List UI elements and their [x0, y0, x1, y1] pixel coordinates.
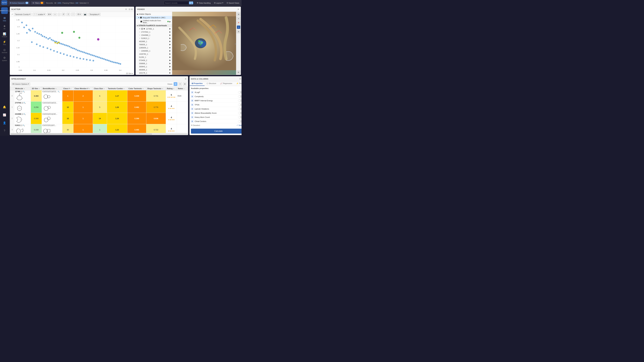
scatter-maximize-icon[interactable]: ⊞: [131, 8, 133, 10]
viewer-mol-1285659[interactable]: 1285659_1 ▶: [136, 46, 172, 49]
search-mol-icon[interactable]: 🔍: [24, 102, 26, 104]
viewer-mol-483695[interactable]: 483695_1 ▶: [136, 68, 172, 71]
dc-minimize-icon[interactable]: ⊟: [240, 77, 241, 80]
viewer-mol-2344988[interactable]: ★ 2344988_1 ▶: [136, 33, 172, 37]
saved-views-btn[interactable]: ⊡ Saved Views: [226, 1, 240, 4]
sidebar-item-3d[interactable]: ◈ 3D: [1, 23, 8, 30]
expand-icon[interactable]: ▶: [137, 13, 138, 15]
col-header-2dsim[interactable]: 2D Sim ▾: [31, 87, 42, 90]
scatter-close-button[interactable]: ✕: [125, 8, 127, 10]
scrollbar-thumb[interactable]: [10, 134, 152, 135]
viewer-mol-510613[interactable]: ★ 510613_1 ▶: [136, 37, 172, 40]
settings-btn[interactable]: ⚙ ▾: [76, 13, 82, 16]
sidebar-item-help[interactable]: ?: [1, 127, 8, 134]
viewer-mol-2747942[interactable]: ★ 2747942_1 ▶: [136, 30, 172, 33]
lipinski-toggle[interactable]: [238, 108, 242, 110]
share-btn[interactable]: ⇪: [66, 13, 70, 16]
layout-btn[interactable]: ⊟ Layout ▾: [213, 1, 224, 4]
heavy-atom-toggle[interactable]: [238, 116, 242, 118]
scrollbar-container[interactable]: [10, 133, 188, 135]
search-mol-icon[interactable]: 🔍: [23, 91, 25, 92]
sidebar-item-analyze[interactable]: 📊 Analyze: [1, 31, 8, 38]
viewer-mol-768935[interactable]: 768935_1 ▶: [136, 43, 172, 46]
spreadsheet-table-container[interactable]: Molecule ▾ 2D Sim ▾ BemisMurcko ▾ Class …: [10, 87, 188, 133]
chiral-toggle[interactable]: [238, 120, 242, 122]
tpsa-toggle[interactable]: [238, 104, 242, 106]
camera-btn[interactable]: 📷: [83, 13, 88, 16]
mmff-toggle[interactable]: [238, 99, 242, 102]
search-box[interactable]: 🔍: [164, 1, 194, 5]
viewer-item-3eyg[interactable]: ▸ ⬛ 3eyg.pdb Tofacitinib in JAK1: [136, 16, 172, 19]
col-header-rating[interactable]: Rating ▾: [166, 87, 177, 90]
scatter-minimize-icon[interactable]: ⊟: [129, 8, 130, 10]
view-card-btn[interactable]: ⊟: [183, 82, 187, 86]
viewer-pin-btn[interactable]: 📍: [237, 21, 240, 25]
active-datasets-btn[interactable]: ⊞ Active Datasets 3: [9, 1, 30, 5]
viewer-mol-51292[interactable]: 51292_1 ▶: [136, 55, 172, 59]
col-header-bemis[interactable]: BemisMurcko ▾: [42, 87, 62, 90]
viewer-close-btn[interactable]: ✕: [237, 17, 240, 20]
xlogp-toggle[interactable]: [238, 91, 242, 93]
view-list-btn[interactable]: ≡: [178, 82, 182, 86]
dots-menu-btn[interactable]: ⋯: [71, 13, 75, 16]
col-header-molecule[interactable]: Molecule ▾: [14, 87, 31, 90]
abbvie-toggle[interactable]: [238, 112, 242, 114]
search-input[interactable]: [165, 2, 188, 4]
search-bemis-icon[interactable]: 🔍: [58, 91, 60, 92]
viewer-select-btn[interactable]: ↖: [237, 25, 240, 29]
viewer-mol-462680[interactable]: 462680_1 ▶: [136, 40, 172, 43]
col-header-class[interactable]: Class # ▾: [62, 87, 73, 90]
scatter-plot[interactable]: 1.35 1.3 1.25 1.2 1.15 1.1 1.05 1 0.05 0…: [10, 18, 134, 74]
sidebar-item-data[interactable]: ⊞ Data: [1, 15, 8, 22]
sidebar-item-user[interactable]: 👤: [1, 119, 8, 126]
sidebar-item-floe[interactable]: ⚡ Floe: [1, 39, 8, 46]
viewer-mol-102178[interactable]: 102178_1 ▶: [136, 71, 172, 74]
plot-type-btn[interactable]: ⋮⋮ scatter ▾: [32, 13, 46, 16]
grid-btn[interactable]: ⊞ ▾: [47, 13, 52, 16]
col-header-shapetanimoto[interactable]: Shape Tanimoto ▾: [146, 87, 166, 90]
tab-structure[interactable]: ⬡ Structure: [204, 81, 218, 86]
col-header-tanimoto[interactable]: Tanimoto Combo ▾: [107, 87, 128, 90]
templates-btn[interactable]: Templates ▾: [88, 13, 100, 16]
sidebar-item-sources[interactable]: ◎ Sources: [1, 47, 8, 54]
viewer-mol-336868[interactable]: 336868_1 ▶: [136, 62, 172, 65]
col-header-notes[interactable]: Notes ⋯: [177, 87, 188, 90]
sidebar-item-notifications[interactable]: 🔔: [1, 103, 8, 111]
viewer-mol-2260065[interactable]: ★ 2260065_1 ▶: [136, 49, 172, 52]
deselect-btn[interactable]: ⊖ Deselect: [191, 124, 200, 126]
viewer-mol-570409[interactable]: 570409_2 ▶: [136, 59, 172, 62]
tab-properties[interactable]: ⊞ Properties: [190, 81, 204, 86]
filters-btn[interactable]: ▼ Filters 4: [31, 1, 45, 5]
viewer-item-untitled-mol[interactable]: ⬛ Untitled molecule from Mole... ▶: [136, 19, 172, 24]
viewer-3d-canvas[interactable]: [172, 12, 236, 75]
viewer-mol-300843[interactable]: 300843_1 ▶: [136, 65, 172, 68]
search-button[interactable]: 🔍: [189, 1, 193, 4]
sidebar-item-system[interactable]: ⚙ System: [1, 55, 8, 62]
zoom-out-btn[interactable]: -: [58, 13, 61, 16]
viewer-expand-btn[interactable]: ⊞: [237, 12, 240, 16]
viewer-measure-btn[interactable]: ⊕: [237, 30, 240, 33]
tab-regression[interactable]: 📈 Regression: [218, 81, 234, 86]
reset-btn[interactable]: ↺: [62, 13, 65, 16]
spreadsheet-close-button[interactable]: ✕: [185, 77, 187, 80]
zoom-in-btn[interactable]: +: [53, 13, 56, 16]
col-header-colortanimoto[interactable]: Color Tanimoto ▾: [128, 87, 146, 90]
calculate-button[interactable]: Calculate: [191, 129, 242, 134]
viewer-group-strata[interactable]: ▸ STRATA FastROCS clusterheads: [136, 24, 172, 27]
viewer-close-button[interactable]: ✕: [238, 8, 240, 10]
column-options-btn[interactable]: ⊞ Column Options ▾: [11, 82, 30, 85]
viewer-mol-127482[interactable]: ★ ■ 127482_1 ▶: [136, 27, 172, 30]
axis-selector-btn[interactable]: Tanimoto Combo ▾: [14, 13, 32, 16]
sidebar-item-chart[interactable]: 📈: [1, 111, 8, 118]
viewer-mol-1426782[interactable]: 1426782_1 ▶: [136, 52, 172, 55]
data-handling-btn[interactable]: ⚙ Data Handling: [196, 1, 212, 4]
select-all-btn[interactable]: ✓ Select All: [236, 124, 242, 126]
view-grid-btn[interactable]: ⊞: [174, 82, 177, 86]
search-mol-icon[interactable]: 🔍: [24, 113, 26, 115]
search-mol-icon[interactable]: 🔍: [23, 124, 25, 126]
tab-floes[interactable]: ⚡ Floes: [234, 81, 242, 86]
complexity-toggle[interactable]: [238, 95, 242, 98]
col-header-classmember[interactable]: Class Member # ▾: [73, 87, 93, 90]
col-header-classsize[interactable]: Class Size ▾: [93, 87, 107, 90]
viewer-settings-btn[interactable]: ⚙: [237, 70, 240, 74]
